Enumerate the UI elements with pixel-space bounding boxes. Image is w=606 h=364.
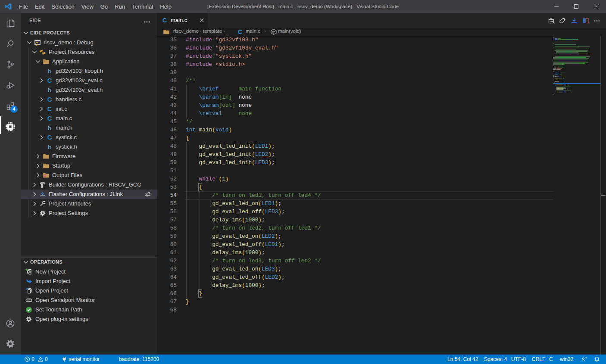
svg-text:h: h: [48, 68, 51, 75]
svg-text:C: C: [47, 115, 52, 122]
svg-text:C: C: [47, 96, 52, 103]
svg-text:C: C: [47, 134, 52, 141]
svg-text:C: C: [47, 106, 52, 112]
svg-text:C: C: [238, 28, 243, 35]
svg-text:h: h: [48, 125, 51, 131]
svg-text:C: C: [47, 77, 52, 84]
svg-text:h: h: [48, 144, 51, 150]
svg-text:h: h: [48, 87, 51, 93]
svg-text:C: C: [162, 17, 167, 24]
